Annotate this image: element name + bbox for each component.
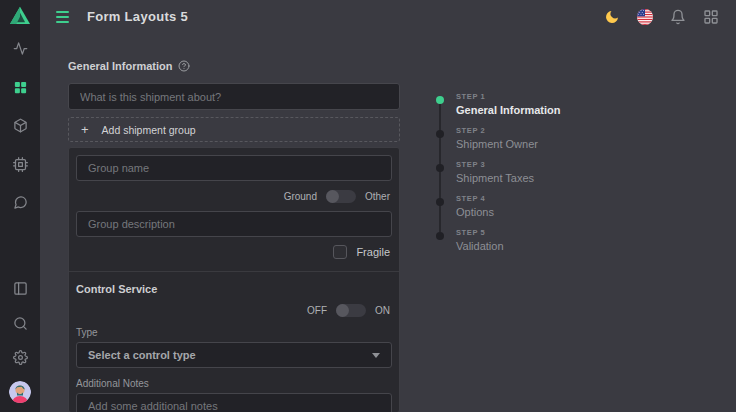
menu-icon[interactable]: [56, 11, 69, 23]
wizard-stepper: STEP 1 General Information STEP 2 Shipme…: [436, 92, 561, 262]
fragile-checkbox[interactable]: [333, 245, 347, 259]
fragile-label: Fragile: [356, 246, 390, 258]
step-title: Shipment Taxes: [456, 172, 561, 184]
sidebar: [0, 0, 40, 412]
additional-notes-label: Additional Notes: [76, 378, 392, 389]
ground-other-toggle[interactable]: [326, 190, 356, 203]
step-dot: [436, 198, 444, 206]
form-heading-label: General Information: [68, 60, 173, 72]
step-number: STEP 3: [456, 160, 561, 169]
control-type-value: Select a control type: [88, 349, 196, 361]
other-label: Other: [365, 191, 390, 202]
card-divider: [69, 271, 399, 272]
chevron-down-icon: [372, 353, 380, 358]
app-logo[interactable]: [0, 0, 40, 33]
step-3-shipment-taxes[interactable]: STEP 3 Shipment Taxes: [436, 160, 561, 184]
step-2-shipment-owner[interactable]: STEP 2 Shipment Owner: [436, 126, 561, 150]
shipment-about-input[interactable]: [68, 83, 400, 110]
step-title: General Information: [456, 104, 561, 116]
step-number: STEP 2: [456, 126, 561, 135]
help-icon[interactable]: [178, 60, 190, 72]
off-on-toggle[interactable]: [336, 304, 366, 317]
step-number: STEP 4: [456, 194, 561, 203]
type-label: Type: [76, 327, 392, 338]
additional-notes-input[interactable]: [76, 393, 392, 412]
grid-menu-icon[interactable]: [702, 8, 720, 26]
gear-icon[interactable]: [0, 347, 40, 367]
control-service-label: Control Service: [76, 283, 392, 295]
step-dot: [436, 130, 444, 138]
search-icon[interactable]: [0, 313, 40, 333]
off-label: OFF: [307, 305, 327, 316]
step-dot: [436, 96, 444, 104]
box-icon[interactable]: [0, 115, 40, 135]
control-type-select[interactable]: Select a control type: [76, 342, 392, 368]
form-heading: General Information: [68, 60, 400, 72]
step-title: Options: [456, 206, 561, 218]
toggle-knob: [326, 190, 339, 203]
header: Form Layouts 5: [40, 0, 736, 33]
step-dot: [436, 164, 444, 172]
ground-other-toggle-row: Ground Other: [76, 189, 390, 203]
chat-icon[interactable]: [0, 192, 40, 212]
layout-icon[interactable]: [0, 278, 40, 298]
add-shipment-group-button[interactable]: + Add shipment group: [68, 117, 400, 142]
group-description-input[interactable]: [76, 211, 392, 237]
ground-label: Ground: [284, 191, 317, 202]
plus-icon: +: [81, 122, 89, 137]
step-title: Shipment Owner: [456, 138, 561, 150]
step-1-general-information[interactable]: STEP 1 General Information: [436, 92, 561, 116]
user-avatar[interactable]: [9, 381, 31, 403]
on-label: ON: [375, 305, 390, 316]
step-5-validation[interactable]: STEP 5 Validation: [436, 228, 561, 252]
off-on-toggle-row: OFF ON: [76, 303, 390, 317]
page-title: Form Layouts 5: [87, 9, 188, 24]
activity-icon[interactable]: [0, 38, 40, 58]
logo-triangle-icon: [9, 5, 31, 29]
toggle-knob: [336, 304, 349, 317]
step-number: STEP 1: [456, 92, 561, 101]
step-title: Validation: [456, 240, 561, 252]
add-shipment-group-label: Add shipment group: [102, 124, 196, 136]
form-column: General Information + Add shipment group…: [68, 60, 400, 412]
fragile-row: Fragile: [76, 245, 390, 259]
cpu-icon[interactable]: [0, 154, 40, 174]
bell-icon[interactable]: [669, 8, 687, 26]
step-dot: [436, 232, 444, 240]
group-name-input[interactable]: [76, 155, 392, 181]
grid-icon[interactable]: [0, 77, 40, 97]
step-4-options[interactable]: STEP 4 Options: [436, 194, 561, 218]
shipment-group-card: Ground Other Fragile Control Service OFF…: [68, 147, 400, 412]
us-flag-icon[interactable]: [636, 8, 654, 26]
step-number: STEP 5: [456, 228, 561, 237]
moon-icon[interactable]: [603, 8, 621, 26]
